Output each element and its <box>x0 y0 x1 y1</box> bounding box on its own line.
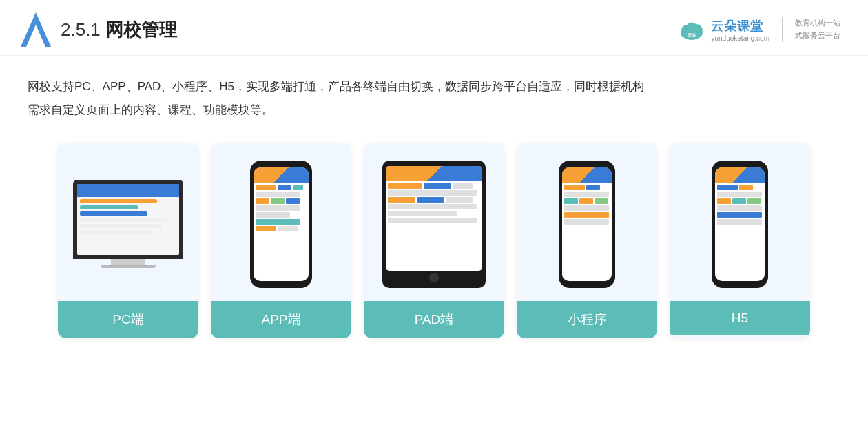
phone-block-10 <box>256 219 300 225</box>
h5-block-1 <box>717 185 738 190</box>
tablet-mockup <box>382 161 486 288</box>
miniprogram-block-8 <box>564 212 609 218</box>
phone-block-8 <box>256 205 300 211</box>
tablet-row-2 <box>388 190 480 196</box>
pc-screen-frame <box>73 180 183 259</box>
pc-base <box>101 265 156 268</box>
phone-block-9 <box>256 212 290 218</box>
card-pad-label: PAD端 <box>364 301 504 338</box>
miniprogram-block-4 <box>564 198 578 204</box>
svg-text:云朵: 云朵 <box>688 32 696 37</box>
tablet-row-1 <box>388 183 480 189</box>
h5-row-2 <box>717 192 763 197</box>
pc-bar-4 <box>80 218 167 222</box>
miniprogram-phone-mockup <box>559 161 615 288</box>
card-h5-image-area <box>670 143 810 301</box>
h5-phone-screen-top <box>715 167 765 183</box>
h5-phone-screen-body <box>715 183 765 228</box>
pc-bar-3 <box>80 211 147 216</box>
pc-mockup <box>70 180 186 268</box>
card-app-image-area <box>211 143 351 301</box>
app-phone-mockup <box>250 161 312 288</box>
logo-slogan: 教育机构一站 式服务云平台 <box>795 17 840 41</box>
pc-bar-2 <box>80 205 138 209</box>
miniprogram-block-3 <box>564 192 609 197</box>
tablet-row-4 <box>388 204 480 209</box>
miniprogram-row-1 <box>564 185 610 190</box>
pc-bar-1 <box>80 199 157 203</box>
tablet-block-10 <box>388 218 477 223</box>
phone-block-4 <box>256 192 300 197</box>
miniprogram-block-1 <box>564 185 585 190</box>
logo-url-text: yunduoketang.com <box>711 34 769 42</box>
h5-row-6 <box>717 219 763 225</box>
tablet-screen <box>386 166 482 271</box>
pc-bar-6 <box>80 230 152 234</box>
cards-container: PC端 <box>0 129 868 352</box>
description-line1: 网校支持PC、APP、PAD、小程序、H5，实现多端打通，产品各终端自由切换，数… <box>28 75 840 99</box>
card-pc-label: PC端 <box>58 301 198 338</box>
page-title: 2.5.1 网校管理 <box>61 18 177 42</box>
description-line2: 需求自定义页面上的内容、课程、功能模块等。 <box>28 99 840 122</box>
tablet-block-5 <box>388 197 415 203</box>
miniprogram-block-9 <box>564 219 609 225</box>
tablet-row-3 <box>388 197 480 203</box>
miniprogram-block-5 <box>579 198 593 204</box>
page: 2.5.1 网校管理 云朵 云朵课堂 yunduoketang.com <box>0 0 868 434</box>
h5-block-5 <box>732 198 746 204</box>
phone-block-6 <box>271 198 285 204</box>
logo-divider <box>782 17 783 42</box>
phone-row-6 <box>256 219 307 225</box>
card-miniprogram: 小程序 <box>517 143 657 338</box>
section-name: 网校管理 <box>105 19 177 40</box>
phone-screen-body <box>254 183 309 235</box>
miniprogram-block-7 <box>564 205 609 211</box>
card-pad: PAD端 <box>364 143 504 338</box>
miniprogram-row-6 <box>564 219 610 225</box>
card-app: APP端 <box>211 143 351 338</box>
phone-row-5 <box>256 212 307 218</box>
h5-row-4 <box>717 205 763 211</box>
miniprogram-row-3 <box>564 198 610 204</box>
pc-screen-content <box>77 184 179 255</box>
phone-block-3 <box>293 185 303 190</box>
phone-screen <box>254 167 309 281</box>
miniprogram-row-2 <box>564 192 610 197</box>
h5-row-3 <box>717 198 763 204</box>
tablet-row-5 <box>388 211 480 216</box>
tablet-block-1 <box>388 183 422 189</box>
miniprogram-block-6 <box>595 198 608 204</box>
phone-screen-top <box>254 167 309 183</box>
miniprogram-phone-screen <box>562 167 612 281</box>
h5-block-4 <box>717 198 731 204</box>
card-miniprogram-image-area <box>517 143 657 301</box>
h5-row-5 <box>717 212 763 218</box>
tablet-row-6 <box>388 218 480 223</box>
card-pc: PC端 <box>58 143 198 338</box>
phone-block-2 <box>278 185 291 190</box>
card-h5-label: H5 <box>670 301 810 335</box>
phone-block-11 <box>256 226 276 231</box>
tablet-screen-body <box>386 181 482 227</box>
h5-block-7 <box>717 205 762 211</box>
card-app-label: APP端 <box>211 301 351 338</box>
phone-block-7 <box>286 198 300 204</box>
phone-block-12 <box>278 226 298 231</box>
phone-row-3 <box>256 198 307 204</box>
h5-row-1 <box>717 185 763 190</box>
pc-screen-inner <box>77 184 179 255</box>
tablet-block-3 <box>453 183 473 189</box>
logo-triangle-icon <box>21 12 51 47</box>
card-pad-image-area <box>364 143 504 301</box>
card-pc-image-area <box>58 143 198 301</box>
logo-brand-text: 云朵课堂 <box>711 18 763 34</box>
tablet-block-6 <box>417 197 444 203</box>
pc-bar-5 <box>80 224 162 228</box>
phone-row-1 <box>256 185 307 190</box>
miniprogram-block-2 <box>586 185 600 190</box>
h5-block-6 <box>747 198 761 204</box>
tablet-block-8 <box>388 204 477 209</box>
phone-row-2 <box>256 192 307 197</box>
pc-content-bars <box>80 199 176 236</box>
phone-row-4 <box>256 205 307 211</box>
